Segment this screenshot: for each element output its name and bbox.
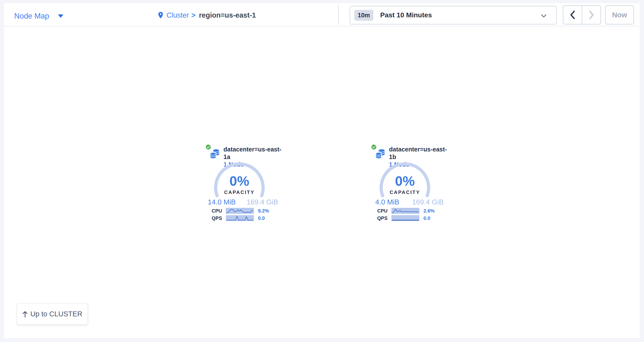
qps-label: QPS xyxy=(361,215,388,221)
locality-card-us-east-1b[interactable]: datacenter=us-east-1b 1 Node 0% CAPACITY… xyxy=(361,144,449,224)
view-selector-label: Node Map xyxy=(14,12,49,20)
capacity-used-value: 4.0 MiB xyxy=(375,198,399,206)
locality-title: datacenter=us-east-1b xyxy=(389,146,449,161)
capacity-label: CAPACITY xyxy=(390,190,420,195)
cpu-value: 9.2% xyxy=(258,208,269,214)
time-next-button[interactable] xyxy=(582,6,600,24)
up-to-cluster-label: Up to CLUSTER xyxy=(30,310,82,318)
qps-value: 0.0 xyxy=(424,215,430,221)
breadcrumb: Cluster > region=us-east-1 xyxy=(157,10,256,20)
breadcrumb-current: region=us-east-1 xyxy=(199,11,256,19)
time-range-dropdown[interactable]: 10m Past 10 Minutes xyxy=(350,6,557,24)
cpu-sparkline xyxy=(392,208,419,214)
up-to-cluster-button[interactable]: Up to CLUSTER xyxy=(17,303,88,325)
view-selector-dropdown[interactable]: Node Map xyxy=(14,12,63,20)
arrow-up-icon xyxy=(22,311,28,318)
time-prev-button[interactable] xyxy=(563,6,582,24)
caret-down-icon xyxy=(58,14,63,18)
time-nav-group xyxy=(563,5,601,24)
qps-sparkline xyxy=(226,215,254,221)
capacity-label: CAPACITY xyxy=(224,190,255,195)
chevron-right-icon xyxy=(588,10,594,19)
cpu-label: CPU xyxy=(196,208,222,214)
locality-title: datacenter=us-east-1a xyxy=(224,146,284,161)
cpu-sparkline xyxy=(226,208,254,214)
qps-value: 0.0 xyxy=(258,215,265,221)
cpu-value: 2.6% xyxy=(424,208,435,214)
capacity-used-value: 14.0 MiB xyxy=(208,198,236,206)
capacity-total-value: 169.4 GiB xyxy=(412,198,444,206)
now-button[interactable]: Now xyxy=(605,5,634,24)
breadcrumb-separator: > xyxy=(192,11,196,19)
node-map-page: { "topbar": { "view_selector_label": "No… xyxy=(0,0,644,342)
location-pin-icon xyxy=(157,10,164,20)
cpu-label: CPU xyxy=(361,208,388,214)
top-bar: Node Map Cluster > region=us-east-1 10m … xyxy=(4,3,640,26)
locality-card-us-east-1a[interactable]: datacenter=us-east-1a 1 Node 0% CAPACITY… xyxy=(196,144,284,224)
database-stack-icon xyxy=(375,149,385,160)
healthy-check-icon xyxy=(206,144,211,150)
cpu-metric-row: CPU 2.6% xyxy=(361,208,449,214)
breadcrumb-cluster-link[interactable]: Cluster xyxy=(166,11,189,19)
time-range-badge: 10m xyxy=(354,10,373,21)
qps-metric-row: QPS 0.0 xyxy=(196,215,284,221)
capacity-total-value: 169.4 GiB xyxy=(247,198,278,206)
database-stack-icon xyxy=(210,149,220,160)
healthy-check-icon xyxy=(371,144,377,150)
qps-label: QPS xyxy=(196,215,222,221)
topbar-divider xyxy=(338,5,339,25)
node-map-canvas: datacenter=us-east-1a 1 Node 0% CAPACITY… xyxy=(4,27,640,338)
time-range-label: Past 10 Minutes xyxy=(380,11,432,19)
cpu-metric-row: CPU 9.2% xyxy=(196,208,284,214)
main-panel: Node Map Cluster > region=us-east-1 10m … xyxy=(4,3,640,338)
capacity-percent: 0% xyxy=(395,173,415,189)
capacity-percent: 0% xyxy=(230,173,250,189)
chevron-down-icon xyxy=(541,14,546,17)
qps-sparkline xyxy=(392,215,419,221)
chevron-left-icon xyxy=(570,10,576,19)
qps-metric-row: QPS 0.0 xyxy=(361,215,449,221)
